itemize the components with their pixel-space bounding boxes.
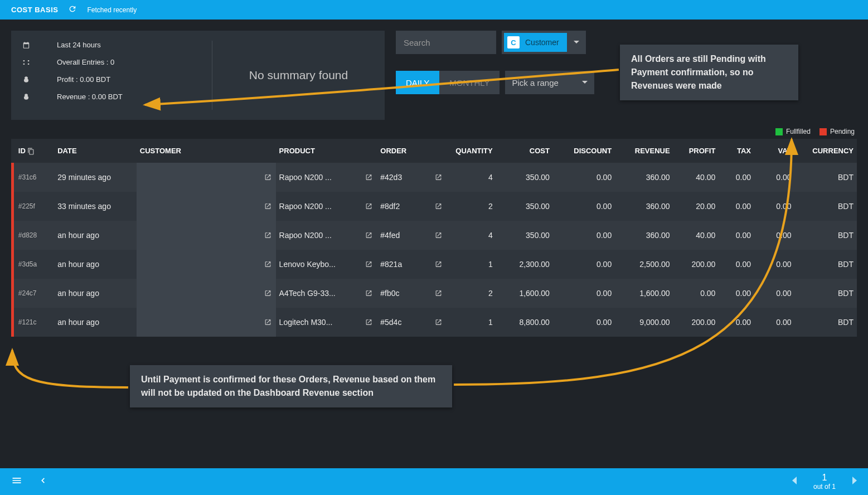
cell-vat: 0.00 bbox=[754, 279, 795, 308]
table-row[interactable]: #3d5aan hour agoLenovo Keybo...#821a12,3… bbox=[11, 250, 857, 279]
filter-chip-customer[interactable]: C Customer bbox=[502, 31, 586, 54]
status-indicator bbox=[11, 308, 15, 337]
page-prev-icon[interactable] bbox=[792, 477, 798, 487]
back-icon[interactable] bbox=[39, 475, 47, 488]
cell-product[interactable]: Rapoo N200 ... bbox=[276, 163, 377, 192]
cell-profit: 0.00 bbox=[673, 279, 719, 308]
external-link-icon[interactable] bbox=[264, 319, 271, 326]
status-legend: Fullfilled Pending bbox=[13, 128, 855, 135]
external-link-icon[interactable] bbox=[435, 174, 442, 181]
cell-revenue: 360.00 bbox=[615, 163, 673, 192]
external-link-icon[interactable] bbox=[365, 203, 372, 210]
status-indicator bbox=[11, 279, 15, 308]
cell-customer-link[interactable] bbox=[214, 279, 275, 308]
external-link-icon[interactable] bbox=[365, 232, 372, 239]
cell-currency: BDT bbox=[795, 192, 857, 221]
cell-quantity: 1 bbox=[447, 308, 496, 337]
cell-revenue: 9,000.00 bbox=[615, 308, 673, 337]
pager: 1 out of 1 bbox=[792, 472, 857, 491]
cell-discount: 0.00 bbox=[553, 308, 615, 337]
fetched-label: Fetched recently bbox=[87, 6, 137, 14]
external-link-icon[interactable] bbox=[264, 290, 271, 297]
cell-vat: 0.00 bbox=[754, 192, 795, 221]
copy-icon[interactable] bbox=[27, 148, 35, 155]
col-currency: CURRENCY bbox=[795, 139, 857, 163]
external-link-icon[interactable] bbox=[435, 203, 442, 210]
search-input[interactable] bbox=[396, 31, 496, 54]
external-link-icon[interactable] bbox=[365, 290, 372, 297]
summary-entries: Overall Entries : 0 bbox=[57, 58, 114, 66]
status-indicator bbox=[11, 221, 15, 250]
summary-card: Last 24 hours Overall Entries : 0 Profit… bbox=[11, 31, 385, 120]
revenue-icon bbox=[22, 93, 30, 101]
table-row[interactable]: #225f33 minutes agoRapoo N200 ...#8df223… bbox=[11, 192, 857, 221]
cell-date: 33 minutes ago bbox=[54, 192, 137, 221]
cell-order[interactable]: #fb0c bbox=[377, 279, 447, 308]
page-next-icon[interactable] bbox=[851, 477, 857, 487]
cell-vat: 0.00 bbox=[754, 163, 795, 192]
no-summary-text: No summary found bbox=[224, 41, 374, 110]
cell-product[interactable]: Rapoo N200 ... bbox=[276, 221, 377, 250]
menu-icon[interactable] bbox=[11, 475, 22, 488]
cell-customer-link[interactable] bbox=[214, 250, 275, 279]
external-link-icon[interactable] bbox=[264, 203, 271, 210]
cell-id: #225f bbox=[15, 192, 54, 221]
cell-product[interactable]: A4Tech G9-33... bbox=[276, 279, 377, 308]
status-indicator bbox=[11, 192, 15, 221]
cell-vat: 0.00 bbox=[754, 308, 795, 337]
cell-quantity: 4 bbox=[447, 163, 496, 192]
cell-order[interactable]: #4fed bbox=[377, 221, 447, 250]
cell-order[interactable]: #821a bbox=[377, 250, 447, 279]
cell-product[interactable]: Logitech M30... bbox=[276, 308, 377, 337]
cell-order[interactable]: #8df2 bbox=[377, 192, 447, 221]
table-row[interactable]: #31c629 minutes agoRapoo N200 ...#42d343… bbox=[11, 163, 857, 192]
cell-quantity: 4 bbox=[447, 221, 496, 250]
cell-quantity: 2 bbox=[447, 192, 496, 221]
cell-discount: 0.00 bbox=[553, 192, 615, 221]
bottom-bar: 1 out of 1 bbox=[0, 468, 868, 495]
cell-product[interactable]: Lenovo Keybo... bbox=[276, 250, 377, 279]
cell-product[interactable]: Rapoo N200 ... bbox=[276, 192, 377, 221]
table-row[interactable]: #24c7an hour agoA4Tech G9-33...#fb0c21,6… bbox=[11, 279, 857, 308]
external-link-icon[interactable] bbox=[264, 174, 271, 181]
range-label: Pick a range bbox=[512, 78, 558, 88]
external-link-icon[interactable] bbox=[435, 232, 442, 239]
cell-customer-link[interactable] bbox=[214, 308, 275, 337]
chevron-down-icon bbox=[582, 80, 588, 85]
external-link-icon[interactable] bbox=[365, 174, 372, 181]
cell-tax: 0.00 bbox=[719, 250, 754, 279]
cell-order[interactable]: #5d4c bbox=[377, 308, 447, 337]
cell-customer-link[interactable] bbox=[214, 163, 275, 192]
col-revenue: REVENUE bbox=[615, 139, 673, 163]
cell-customer-link[interactable] bbox=[214, 192, 275, 221]
cell-customer-link[interactable] bbox=[214, 221, 275, 250]
external-link-icon[interactable] bbox=[365, 261, 372, 268]
external-link-icon[interactable] bbox=[365, 319, 372, 326]
profit-icon bbox=[22, 76, 30, 84]
chip-badge: C bbox=[507, 36, 520, 48]
external-link-icon[interactable] bbox=[264, 261, 271, 268]
cell-currency: BDT bbox=[795, 250, 857, 279]
table-row[interactable]: #121can hour agoLogitech M30...#5d4c18,8… bbox=[11, 308, 857, 337]
cell-revenue: 360.00 bbox=[615, 192, 673, 221]
legend-pending: Pending bbox=[830, 128, 855, 135]
tab-daily[interactable]: DAILY bbox=[396, 71, 439, 94]
range-picker[interactable]: Pick a range bbox=[505, 71, 594, 94]
refresh-icon[interactable] bbox=[68, 4, 77, 16]
top-bar: COST BASIS Fetched recently bbox=[0, 0, 868, 20]
external-link-icon[interactable] bbox=[264, 232, 271, 239]
tab-monthly[interactable]: MONTHLY bbox=[439, 71, 500, 94]
chevron-down-icon[interactable] bbox=[569, 40, 584, 45]
cell-revenue: 2,500.00 bbox=[615, 250, 673, 279]
cell-quantity: 1 bbox=[447, 250, 496, 279]
cell-cost: 350.00 bbox=[496, 163, 553, 192]
external-link-icon[interactable] bbox=[435, 319, 442, 326]
external-link-icon[interactable] bbox=[435, 290, 442, 297]
cell-order[interactable]: #42d3 bbox=[377, 163, 447, 192]
cell-date: an hour ago bbox=[54, 221, 137, 250]
table-row[interactable]: #d828an hour agoRapoo N200 ...#4fed4350.… bbox=[11, 221, 857, 250]
external-link-icon[interactable] bbox=[435, 261, 442, 268]
cell-tax: 0.00 bbox=[719, 221, 754, 250]
cell-id: #d828 bbox=[15, 221, 54, 250]
col-profit: PROFIT bbox=[673, 139, 719, 163]
